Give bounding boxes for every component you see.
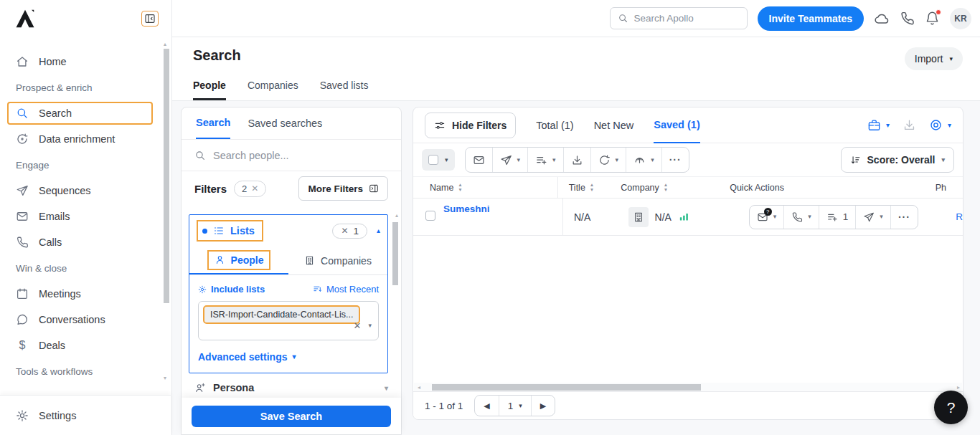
dialer-phone-icon[interactable] <box>900 11 915 26</box>
scroll-right-icon[interactable]: ▸ <box>957 384 960 391</box>
sidebar-item-meetings[interactable]: Meetings <box>0 281 171 307</box>
sort-arrows-icon[interactable]: ▲▼ <box>458 183 462 193</box>
sequence-button[interactable]: ▾ <box>855 206 890 229</box>
hide-filters-button[interactable]: Hide Filters <box>425 113 516 138</box>
more-actions-button[interactable]: ··· <box>890 206 918 229</box>
collapse-filter-icon[interactable]: ▴ <box>377 227 380 234</box>
sidebar-section-prospect: Prospect & enrich <box>0 75 171 100</box>
sidebar-item-home[interactable]: Home <box>0 49 171 75</box>
more-filters-button[interactable]: More Filters <box>298 176 388 201</box>
sidebar-item-calls[interactable]: Calls <box>0 229 171 255</box>
sidebar-item-deals[interactable]: $ Deals <box>0 333 171 358</box>
sequence-action-button[interactable]: ▾ <box>492 148 528 172</box>
refresh-button[interactable]: ▾ <box>590 148 626 172</box>
save-search-button[interactable]: Save Search <box>192 406 391 427</box>
sidebar-item-conversations[interactable]: Conversations <box>0 307 171 333</box>
sidebar-item-data-enrichment[interactable]: Data enrichment <box>0 126 171 152</box>
clear-filters-icon[interactable]: ✕ <box>251 183 258 193</box>
sort-arrows-icon[interactable]: ▲▼ <box>590 183 594 193</box>
add-to-list-button[interactable]: ▾ <box>527 148 563 172</box>
email-unavailable-button[interactable]: ? ▾ <box>750 206 784 229</box>
results-tab-net-new[interactable]: Net New <box>594 107 634 143</box>
results-tab-total[interactable]: Total (1) <box>536 107 573 143</box>
sidebar-item-emails[interactable]: Emails <box>0 204 171 229</box>
company-placeholder-icon[interactable] <box>628 207 649 227</box>
tab-people[interactable]: People <box>193 80 226 100</box>
column-header-name[interactable]: Name ▲▼ <box>413 177 558 198</box>
question-badge-icon: ? <box>764 208 772 216</box>
tab-saved-lists[interactable]: Saved lists <box>320 80 369 100</box>
clear-lists-icon[interactable]: ✕ <box>341 226 348 236</box>
pagination-range: 1 - 1 of 1 <box>425 401 463 411</box>
sort-arrows-icon[interactable]: ▲▼ <box>664 183 668 193</box>
contact-name-link[interactable]: Sumeshni <box>443 199 490 214</box>
lists-filter-toggle[interactable]: Lists <box>197 220 263 242</box>
column-header-phone[interactable]: Ph <box>936 183 963 193</box>
clear-selection-icon[interactable]: ✕ <box>354 320 362 331</box>
scroll-up-icon[interactable]: ▴ <box>395 213 398 219</box>
column-header-company[interactable]: Company ▲▼ <box>621 183 730 193</box>
notifications-bell-icon[interactable] <box>925 11 940 26</box>
view-target-icon[interactable]: ▾ <box>929 118 951 132</box>
sidebar-item-label: Meetings <box>39 288 81 300</box>
collapse-sidebar-icon[interactable] <box>141 11 159 27</box>
global-search-input[interactable] <box>634 13 727 24</box>
chevron-down-icon[interactable]: ▾ <box>368 322 372 329</box>
filters-tab-search[interactable]: Search <box>196 107 230 139</box>
global-search[interactable] <box>610 7 748 29</box>
help-button[interactable]: ? <box>934 391 968 424</box>
export-download-icon[interactable] <box>903 118 916 132</box>
sidebar-scrollbar[interactable] <box>164 49 169 303</box>
contact-title-cell: N/A <box>563 199 628 235</box>
filters-tab-saved-searches[interactable]: Saved searches <box>248 107 322 139</box>
hscroll-thumb[interactable] <box>432 384 701 391</box>
import-button[interactable]: Import ▾ <box>905 47 963 70</box>
select-all-checkbox[interactable] <box>428 155 438 165</box>
filters-scrollbar[interactable] <box>392 222 398 285</box>
filters-panel: Search Saved searches Filters 2 ✕ More F… <box>181 107 402 435</box>
lists-tab-people[interactable]: People <box>189 247 288 274</box>
next-page-button[interactable]: ▶ <box>531 396 555 416</box>
score-sort-button[interactable]: Score: Overall ▾ <box>841 147 954 173</box>
sidebar-item-settings[interactable]: Settings <box>0 403 171 429</box>
lists-count-button[interactable]: 1 <box>819 206 856 229</box>
invite-teammates-button[interactable]: Invite Teammates <box>758 6 864 31</box>
user-avatar[interactable]: KR <box>950 8 971 29</box>
results-tab-saved[interactable]: Saved (1) <box>654 107 699 143</box>
download-button[interactable] <box>563 148 590 172</box>
advanced-settings-toggle[interactable]: Advanced settings ▾ <box>198 351 379 363</box>
more-actions-button[interactable]: ··· <box>661 148 689 172</box>
call-button[interactable]: ▾ <box>783 206 819 229</box>
home-icon <box>16 55 29 68</box>
column-header-title[interactable]: Title ▲▼ <box>558 183 621 193</box>
persona-filter-toggle[interactable]: Persona ▾ <box>194 382 388 393</box>
row-checkbox[interactable] <box>425 211 435 221</box>
scroll-up-icon[interactable]: ▴ <box>164 42 166 47</box>
workspace-briefcase-icon[interactable]: ▾ <box>867 118 890 132</box>
selected-list-chip[interactable]: ISR-Import-Candidate-Contact-Lis... <box>204 307 359 322</box>
prev-page-button[interactable]: ◀ <box>475 396 498 416</box>
select-all-control[interactable]: ▾ <box>422 149 455 171</box>
page-select[interactable]: 1 ▾ <box>499 396 531 416</box>
sidebar-item-sequences[interactable]: Sequences <box>0 178 171 204</box>
person-icon <box>215 254 225 265</box>
email-action-button[interactable] <box>466 148 492 172</box>
include-lists-input[interactable]: ISR-Import-Candidate-Contact-Lis... ✕ ▾ <box>198 301 379 340</box>
chevron-down-icon: ▾ <box>949 56 953 62</box>
sidebar-item-search[interactable]: Search <box>7 102 153 125</box>
filters-label: Filters <box>194 183 227 195</box>
sort-most-recent[interactable]: Most Recent <box>313 284 379 295</box>
sort-desc-icon <box>850 155 861 166</box>
request-phone-link[interactable]: R <box>956 199 963 235</box>
chevron-down-icon: ▾ <box>385 384 388 392</box>
lists-tab-companies[interactable]: Companies <box>288 247 387 274</box>
scroll-down-icon[interactable]: ▾ <box>164 376 166 381</box>
filters-count-pill[interactable]: 2 ✕ <box>234 181 266 197</box>
tab-companies[interactable]: Companies <box>248 80 298 100</box>
lists-count-pill[interactable]: ✕ 1 <box>332 224 367 239</box>
people-search[interactable] <box>182 140 401 171</box>
people-search-input[interactable] <box>213 150 388 161</box>
whats-new-icon[interactable] <box>874 11 890 27</box>
scroll-left-icon[interactable]: ◂ <box>414 384 424 391</box>
push-to-crm-button[interactable]: ▾ <box>626 148 661 172</box>
